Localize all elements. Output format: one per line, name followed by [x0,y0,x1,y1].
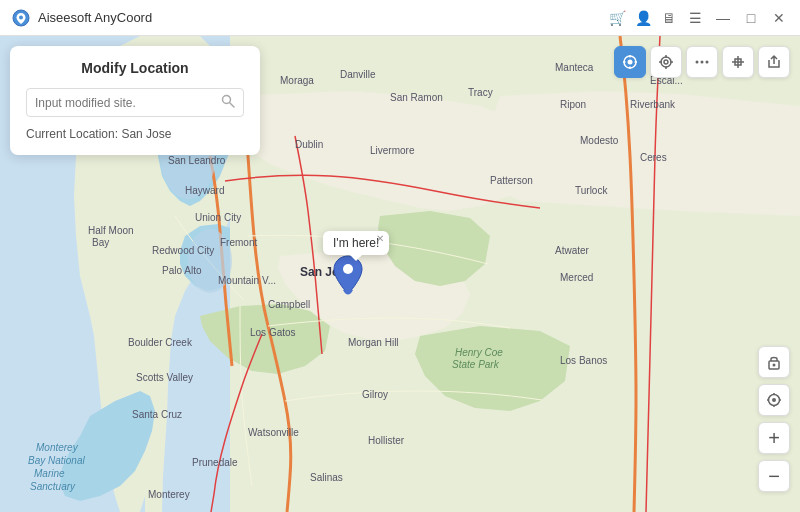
app-logo [12,9,30,27]
svg-text:Hayward: Hayward [185,185,224,196]
svg-text:Campbell: Campbell [268,299,310,310]
svg-text:Mountain V...: Mountain V... [218,275,276,286]
svg-text:Redwood City: Redwood City [152,245,214,256]
svg-text:Atwater: Atwater [555,245,590,256]
close-button[interactable]: ✕ [770,9,788,27]
top-toolbar [614,46,790,78]
svg-text:Salinas: Salinas [310,472,343,483]
svg-text:Santa Cruz: Santa Cruz [132,409,182,420]
svg-line-66 [230,103,235,108]
svg-text:Dublin: Dublin [295,139,323,150]
svg-text:San Ramon: San Ramon [390,92,443,103]
svg-point-68 [628,60,633,65]
svg-text:Fremont: Fremont [220,237,257,248]
svg-text:Gilroy: Gilroy [362,389,388,400]
bottom-toolbar: + − [758,346,790,492]
svg-text:Palo Alto: Palo Alto [162,265,202,276]
im-here-close[interactable]: ✕ [376,233,384,244]
export-button[interactable] [758,46,790,78]
svg-text:Marine: Marine [34,468,65,479]
zoom-in-icon: + [768,428,780,448]
locate-button[interactable] [614,46,646,78]
svg-text:Moraga: Moraga [280,75,314,86]
svg-point-64 [343,264,353,274]
svg-text:Danville: Danville [340,69,376,80]
dots-button[interactable] [686,46,718,78]
svg-text:San Leandro: San Leandro [168,155,226,166]
target-button[interactable] [650,46,682,78]
maximize-button[interactable]: □ [742,9,760,27]
map-container: Sausalito Berkeley Moraga Danville Mante… [0,36,800,512]
titlebar: Aiseesoft AnyCoord 🛒 👤 🖥 ☰ — □ ✕ [0,0,800,36]
lock-button[interactable] [758,346,790,378]
search-icon[interactable] [221,94,235,111]
svg-point-81 [706,61,709,64]
svg-text:Boulder Creek: Boulder Creek [128,337,193,348]
svg-text:Los Gatos: Los Gatos [250,327,296,338]
svg-text:Patterson: Patterson [490,175,533,186]
zoom-out-icon: − [768,466,780,486]
svg-text:Modesto: Modesto [580,135,619,146]
svg-text:Union City: Union City [195,212,241,223]
svg-point-1 [19,15,23,19]
svg-text:Half Moon: Half Moon [88,225,134,236]
gps-button[interactable] [758,384,790,416]
crosshair-button[interactable] [722,46,754,78]
search-input[interactable] [35,96,221,110]
svg-text:Livermore: Livermore [370,145,415,156]
svg-point-73 [661,57,671,67]
svg-text:Hollister: Hollister [368,435,405,446]
panel-title: Modify Location [26,60,244,76]
svg-text:Bay National: Bay National [28,455,85,466]
svg-text:Turlock: Turlock [575,185,608,196]
im-here-text: I'm here! [333,236,379,250]
svg-point-79 [696,61,699,64]
svg-text:Morgan Hill: Morgan Hill [348,337,399,348]
current-location: Current Location: San Jose [26,127,244,141]
svg-text:Manteca: Manteca [555,62,594,73]
svg-text:Tracy: Tracy [468,87,493,98]
menu-icon[interactable]: ☰ [686,9,704,27]
im-here-popup: ✕ I'm here! [323,231,389,255]
zoom-out-button[interactable]: − [758,460,790,492]
minimize-button[interactable]: — [714,9,732,27]
svg-point-74 [664,60,668,64]
svg-text:Sanctuary: Sanctuary [30,481,76,492]
svg-text:State Park: State Park [452,359,500,370]
app-title: Aiseesoft AnyCoord [38,10,608,25]
svg-text:Ripon: Ripon [560,99,586,110]
svg-text:Merced: Merced [560,272,593,283]
zoom-in-button[interactable]: + [758,422,790,454]
svg-text:Bay: Bay [92,237,109,248]
svg-text:Ceres: Ceres [640,152,667,163]
svg-text:Henry Coe: Henry Coe [455,347,503,358]
svg-point-86 [773,364,776,367]
svg-point-80 [701,61,704,64]
svg-text:Scotts Valley: Scotts Valley [136,372,193,383]
title-icons: 🛒 👤 🖥 ☰ — □ ✕ [608,9,788,27]
svg-text:Monterey: Monterey [36,442,79,453]
svg-text:Watsonville: Watsonville [248,427,299,438]
cart-icon[interactable]: 🛒 [608,9,626,27]
user-icon[interactable]: 👤 [634,9,652,27]
monitor-icon[interactable]: 🖥 [660,9,678,27]
search-box[interactable] [26,88,244,117]
svg-text:Riverbank: Riverbank [630,99,676,110]
svg-text:Monterey: Monterey [148,489,190,500]
svg-point-88 [772,398,776,402]
svg-text:Prunedale: Prunedale [192,457,238,468]
modify-panel: Modify Location Current Location: San Jo… [10,46,260,155]
svg-text:Los Banos: Los Banos [560,355,607,366]
